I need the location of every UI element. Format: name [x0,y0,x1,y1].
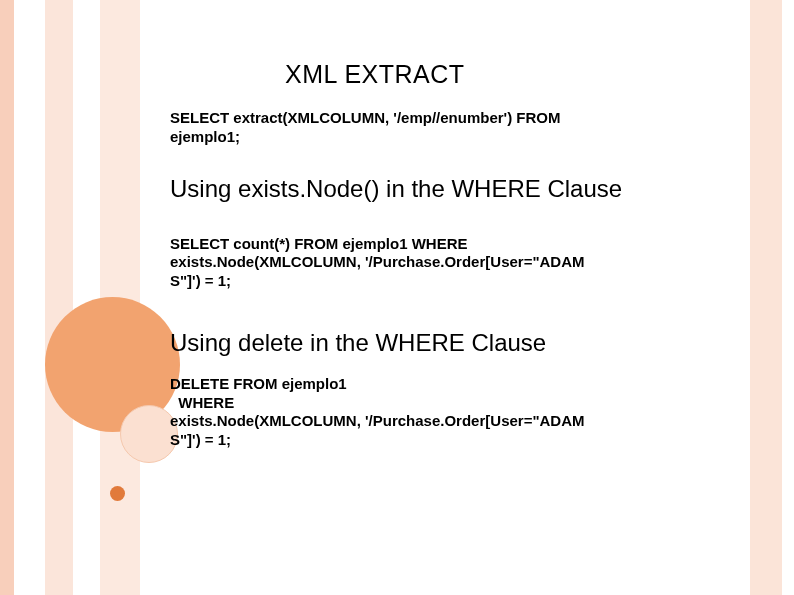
code-line: WHERE [170,394,730,413]
decorative-circle-small [110,486,125,501]
bg-stripe-left [0,0,14,595]
code-block-extract: SELECT extract(XMLCOLUMN, '/emp//enumber… [170,109,730,147]
slide-title: XML EXTRACT [285,60,730,89]
code-line: DELETE FROM ejemplo1 [170,375,730,394]
code-line: exists.Node(XMLCOLUMN, '/Purchase.Order[… [170,412,730,431]
code-block-select-count: SELECT count(*) FROM ejemplo1 WHERE exis… [170,235,730,291]
section-heading-existsnode: Using exists.Node() in the WHERE Clause [170,175,730,203]
code-line: S"]') = 1; [170,272,730,291]
code-line: SELECT extract(XMLCOLUMN, '/emp//enumber… [170,109,730,128]
code-line: S"]') = 1; [170,431,730,450]
code-line: SELECT count(*) FROM ejemplo1 WHERE [170,235,730,254]
section-heading-delete: Using delete in the WHERE Clause [170,329,730,357]
bg-stripe-right [750,0,782,595]
slide-content: XML EXTRACT SELECT extract(XMLCOLUMN, '/… [170,60,730,478]
code-line: exists.Node(XMLCOLUMN, '/Purchase.Order[… [170,253,730,272]
code-line: ejemplo1; [170,128,730,147]
code-block-delete: DELETE FROM ejemplo1 WHERE exists.Node(X… [170,375,730,450]
bg-stripe-2 [45,0,73,595]
